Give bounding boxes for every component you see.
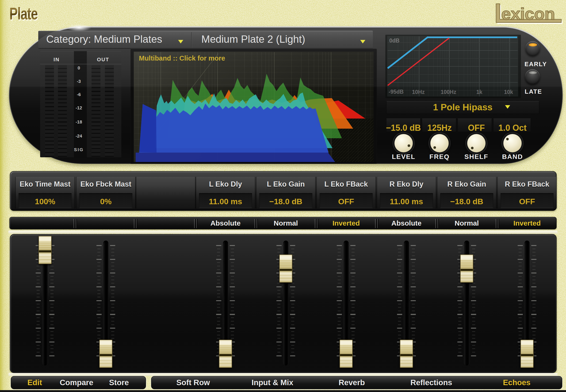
svg-text:exicon: exicon bbox=[501, 4, 555, 23]
